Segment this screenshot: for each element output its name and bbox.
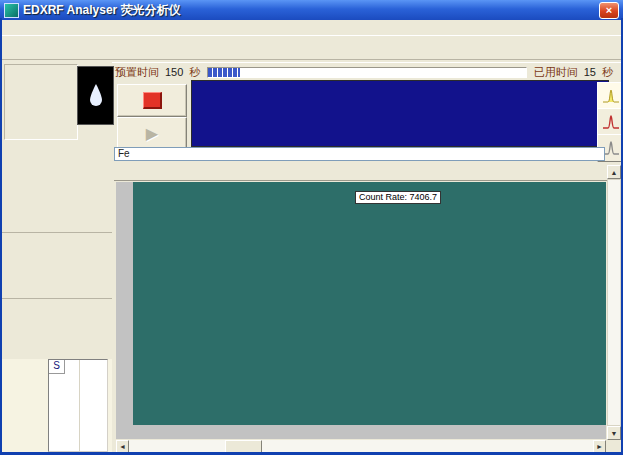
- app-window: EDXRF Analyser 荧光分析仪 × 预置时间 150 秒 已用时间 1…: [0, 0, 623, 455]
- start-button[interactable]: ▶: [117, 117, 187, 150]
- peak-view-yellow-button[interactable]: [597, 82, 623, 110]
- window-border-left: [0, 18, 2, 455]
- element-symbol-cell: S: [49, 360, 65, 374]
- elapsed-time-unit: 秒: [602, 65, 613, 80]
- yellow-peak-icon: [602, 88, 620, 104]
- element-input-value: Fe: [118, 148, 130, 159]
- y-axis-ruler: [116, 182, 133, 425]
- sidebar-tool-panel: [4, 64, 78, 140]
- red-peak-icon: [602, 114, 620, 130]
- droplet-icon: [87, 83, 105, 109]
- elapsed-time-value: 15: [584, 66, 596, 78]
- tab-underline: [114, 180, 607, 181]
- spectrum-overview-chart[interactable]: [192, 81, 606, 144]
- spectrum-overview-panel[interactable]: [191, 80, 609, 147]
- acquisition-status-bar: 预置时间 150 秒 已用时间 15 秒: [112, 62, 621, 81]
- app-icon: [4, 3, 19, 18]
- spectrum-plot[interactable]: [133, 182, 606, 425]
- count-rate-tooltip: Count Rate: 7406.7: [355, 191, 441, 204]
- scroll-down-button[interactable]: ▼: [607, 426, 621, 440]
- scroll-up-button[interactable]: ▲: [607, 165, 621, 179]
- list-divider: [79, 360, 80, 451]
- element-input[interactable]: Fe: [114, 147, 605, 161]
- elapsed-time-label: 已用时间: [534, 65, 578, 80]
- stop-icon: [143, 92, 162, 109]
- cursor-info-grid: [2, 298, 112, 299]
- peak-view-red-button[interactable]: [597, 108, 623, 136]
- acquisition-progress-bar: [207, 67, 526, 78]
- sidebar-tabs: [2, 139, 112, 157]
- curve-info-grid: [2, 232, 112, 233]
- play-icon: ▶: [146, 124, 158, 143]
- window-title: EDXRF Analyser 荧光分析仪: [23, 2, 181, 19]
- toolbar: [2, 35, 621, 60]
- preset-time-label: 预置时间: [115, 65, 159, 80]
- close-button[interactable]: ×: [599, 2, 619, 19]
- preset-time-unit: 秒: [189, 65, 200, 80]
- sample-status-display: [77, 66, 114, 125]
- x-axis-ruler: [116, 425, 606, 439]
- title-bar: EDXRF Analyser 荧光分析仪 ×: [0, 0, 623, 20]
- preset-time-value: 150: [165, 66, 183, 78]
- acquisition-progress-fill: [208, 68, 240, 77]
- element-line-list[interactable]: S: [48, 359, 108, 452]
- stop-button[interactable]: [117, 84, 187, 117]
- menu-bar: [2, 20, 621, 35]
- vertical-scrollbar-track[interactable]: [607, 179, 621, 426]
